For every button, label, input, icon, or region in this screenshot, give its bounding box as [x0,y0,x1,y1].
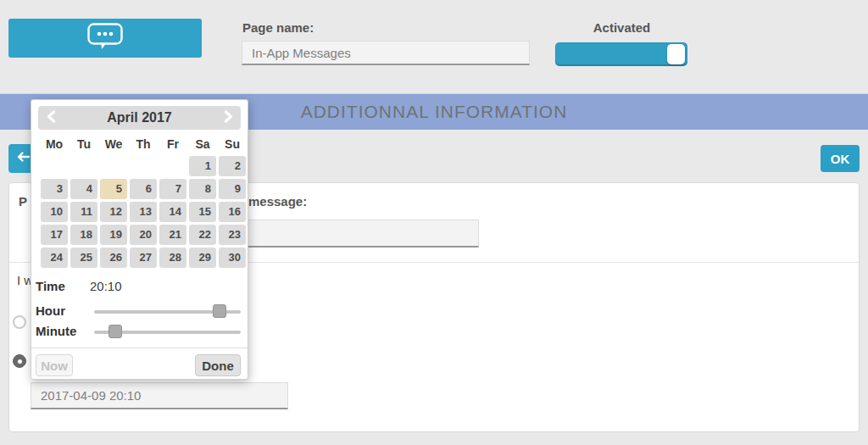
calendar-day[interactable]: 28 [159,248,186,268]
next-month-button[interactable] [217,106,239,130]
calendar-dow-row: MoTuWeThFrSaSu [41,137,246,151]
radio-option-2[interactable] [13,354,26,368]
time-value: 20:10 [90,279,122,293]
speech-bubble-ellipsis-icon [87,23,123,53]
calendar-day[interactable]: 10 [41,202,68,222]
calendar-day[interactable]: 8 [189,179,216,199]
hour-slider-handle[interactable] [213,304,226,318]
calendar-day[interactable]: 23 [219,225,246,245]
calendar-dow-label: We [100,137,127,151]
calendar-day-empty [159,156,186,176]
calendar-day[interactable]: 30 [219,248,246,268]
minute-slider-handle[interactable] [108,325,122,338]
calendar-day[interactable]: 29 [189,248,216,268]
calendar-day-empty [100,156,127,176]
calendar-day[interactable]: 6 [130,179,157,199]
minute-label: Minute [36,324,76,338]
calendar-day[interactable]: 15 [189,202,216,222]
calendar-day[interactable]: 21 [159,225,186,245]
calendar-day[interactable]: 17 [41,225,68,245]
chevron-left-icon [46,110,57,126]
page-name-input[interactable] [242,41,530,65]
hour-slider[interactable] [94,310,241,314]
calendar-day[interactable]: 24 [41,248,68,268]
calendar-day[interactable]: 26 [100,248,127,268]
minute-slider[interactable] [94,331,241,334]
calendar-dow-label: Su [219,137,246,151]
calendar-grid: 1234567891011121314151617181920212223242… [41,156,246,268]
calendar-day-empty [130,156,157,176]
done-button[interactable]: Done [195,354,241,376]
calendar-dow-label: Th [130,137,157,151]
calendar-day[interactable]: 4 [70,179,97,199]
calendar-day[interactable]: 27 [130,248,157,268]
calendar-day-empty [41,156,68,176]
calendar-day[interactable]: 20 [130,225,157,245]
activated-label: Activated [556,20,687,35]
datetime-input[interactable] [31,382,288,409]
calendar-day[interactable]: 7 [159,179,186,199]
calendar-day[interactable]: 16 [219,202,246,222]
now-button[interactable]: Now [36,354,73,376]
calendar-dow-label: Tu [70,137,97,151]
calendar-dow-label: Fr [159,137,186,151]
radio-option-1[interactable] [13,315,26,329]
calendar-day[interactable]: 14 [159,202,186,222]
calendar-day[interactable]: 25 [70,248,97,268]
activated-toggle[interactable] [555,42,687,66]
month-year-title: April 2017 [38,106,241,130]
ok-button[interactable]: OK [821,145,860,172]
calendar-dow-label: Mo [41,137,68,151]
calendar-day[interactable]: 22 [189,225,216,245]
calendar-day-empty [70,156,97,176]
calendar-day[interactable]: 5 [100,179,127,199]
datetime-picker-popup: April 2017 MoTuWeThFrSaSu 12345678910111… [31,99,248,380]
calendar-day[interactable]: 19 [100,225,127,245]
left-arrow-icon [16,151,31,166]
hour-label: Hour [36,303,65,318]
message-label-fragment-end: message: [248,194,307,209]
page-name-label: Page name: [242,20,314,35]
section-title: ADDITIONNAL INFORMATION [301,102,568,122]
calendar-day[interactable]: 11 [70,202,97,222]
calendar-dow-label: Sa [189,137,216,151]
calendar-day[interactable]: 12 [100,202,127,222]
calendar-day[interactable]: 9 [219,179,246,199]
time-label: Time [36,279,65,293]
datepicker-header: April 2017 [38,106,241,130]
divider [31,348,248,348]
calendar-day[interactable]: 3 [41,179,68,199]
prev-month-button[interactable] [40,106,62,130]
chevron-right-icon [223,110,234,126]
messages-app-button[interactable] [8,19,202,58]
calendar-day[interactable]: 13 [130,202,157,222]
toggle-knob[interactable] [667,44,685,64]
calendar-day[interactable]: 2 [219,156,246,176]
calendar-day[interactable]: 18 [70,225,97,245]
calendar-day[interactable]: 1 [189,156,216,176]
page: Page name: Activated ADDITIONNAL INFORMA… [0,0,868,445]
message-label-fragment-start: P [19,194,27,209]
